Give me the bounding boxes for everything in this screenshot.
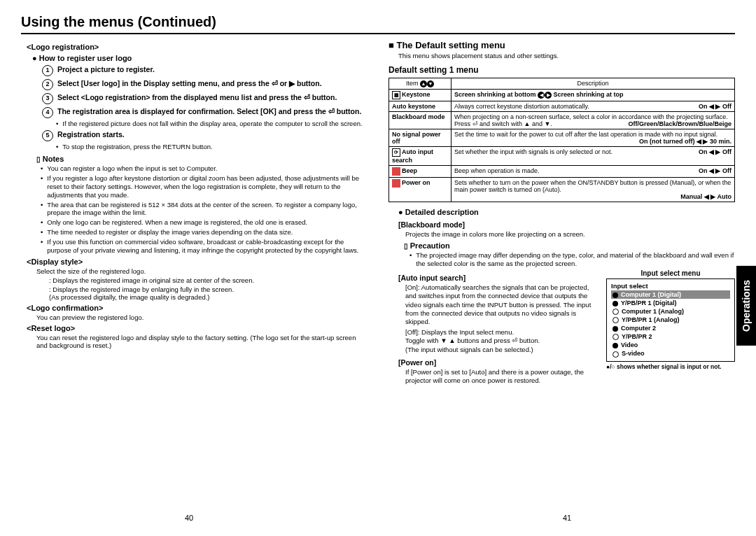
input-menu-item: Computer 1 (Analog): [611, 307, 730, 316]
step-4: 4The registration area is displayed for …: [42, 107, 368, 118]
note-item: Only one logo can be registered. When a …: [41, 218, 368, 227]
how-to-register-head: How to register user logo: [32, 54, 368, 62]
auto-input-on: [On]: Automatically searches the signals…: [405, 283, 599, 327]
table-header-desc: Description: [451, 78, 735, 90]
note-item: If you register a logo after keystone di…: [41, 174, 368, 199]
step-1: 1Project a picture to register.: [42, 65, 368, 76]
table-header-item: Item ▲▼: [389, 78, 451, 90]
table-row: ▦Keystone Screen shrinking at bottom ◀▶ …: [389, 90, 735, 101]
step-3: 3Select <Logo registration> from the dis…: [42, 93, 368, 104]
page-number-right: 41: [563, 514, 571, 522]
note-item: The area that can be registered is 512 ×…: [41, 201, 368, 218]
input-menu-item: Video: [611, 341, 730, 349]
empty-circle-icon: [612, 317, 619, 323]
step-4-note: If the registered picture does not fall …: [56, 120, 368, 127]
power-on-head: [Power on]: [398, 358, 599, 367]
input-menu-item-label: Y/PB/PR 1 (Digital): [621, 299, 677, 306]
display-style-option-2: : Displays the registered image by enlar…: [49, 285, 368, 293]
auto-input-off: [Off]: Displays the Input select menu. T…: [405, 328, 599, 354]
step-5-note: To stop the registration, press the RETU…: [56, 143, 368, 150]
empty-circle-icon: [612, 309, 619, 315]
input-menu-note: ●/○ shows whether signal is input or not…: [606, 363, 735, 370]
page-numbers: 40 41: [0, 514, 756, 522]
default-setting-title: The Default setting menu: [388, 40, 735, 50]
beep-icon: [392, 167, 400, 176]
input-menu-item: Computer 2: [611, 324, 730, 332]
input-menu-item: Y/PB/PR 1 (Analog): [611, 316, 730, 324]
filled-circle-icon: [612, 343, 618, 348]
power-icon: [392, 179, 400, 188]
manual-page: Using the menus (Continued) <Logo regist…: [0, 0, 756, 536]
note-item: You can register a logo when the input i…: [41, 164, 368, 173]
table-row: Blackboard mode When projecting on a non…: [389, 112, 735, 129]
keystone-icon: ▦: [392, 91, 400, 99]
step-2: 2Select [User logo] in the Display setti…: [42, 79, 368, 90]
precaution-head: Precaution: [404, 241, 735, 250]
auto-input-head: [Auto input search]: [398, 274, 599, 282]
table-row: No signal power off Set the time to wait…: [389, 129, 735, 147]
auto-input-section: [Auto input search] [On]: Automatically …: [388, 269, 735, 386]
up-icon: ▲: [420, 80, 427, 87]
content-columns: <Logo registration> How to register user…: [21, 40, 735, 387]
reset-logo-sub: You can reset the registered logo and di…: [36, 334, 368, 349]
blackboard-mode-body: Projects the image in colors more like p…: [405, 230, 735, 239]
input-menu-item: Y/PB/PR 2: [611, 332, 730, 341]
input-menu-item-label: Computer 1 (Digital): [621, 291, 681, 298]
input-menu-item-label: Computer 1 (Analog): [622, 308, 684, 315]
display-style-head: <Display style>: [27, 258, 368, 266]
logo-confirmation-sub: You can preview the registered logo.: [36, 313, 368, 321]
left-column: <Logo registration> How to register user…: [21, 40, 368, 387]
reset-logo-head: <Reset logo>: [27, 324, 368, 332]
table-row: Auto keystone Always correct keystone di…: [389, 101, 735, 112]
search-icon: ⟳: [392, 148, 400, 157]
power-on-body: If [Power on] is set to [Auto] and there…: [405, 368, 599, 386]
input-menu-item-label: Y/PB/PR 2: [622, 333, 652, 340]
detailed-description-head: Detailed description: [398, 208, 735, 216]
precaution-item: The projected image may differ depending…: [410, 251, 735, 268]
step-5: 5Registration starts.: [42, 130, 368, 141]
empty-circle-icon: [612, 334, 619, 340]
input-menu-item-label: S-video: [622, 350, 645, 357]
blackboard-mode-head: [Blackboard mode]: [398, 220, 735, 229]
logo-confirmation-head: <Logo confirmation>: [27, 304, 368, 312]
page-number-left: 40: [185, 514, 193, 522]
note-item: If you use this function on commercial v…: [41, 238, 368, 255]
page-title: Using the menus (Continued): [21, 14, 735, 34]
settings-table: Item ▲▼ Description ▦Keystone Screen shr…: [388, 78, 735, 202]
table-row: Power on Sets whether to turn on the pow…: [389, 178, 735, 202]
right-column: The Default setting menu This menu shows…: [388, 40, 735, 387]
filled-circle-icon: [612, 326, 618, 332]
input-menu-item: Computer 1 (Digital): [611, 290, 730, 299]
display-style-sub: Select the size of the registered logo.: [36, 267, 368, 275]
filled-circle-icon: [612, 301, 618, 306]
input-menu-item-label: Video: [621, 341, 638, 348]
display-style-option-1: : Displays the registered image in origi…: [49, 276, 368, 284]
input-menu-item: S-video: [611, 349, 730, 358]
default-setting-1-title: Default setting 1 menu: [388, 65, 735, 75]
input-menu-item-label: Y/PB/PR 1 (Analog): [622, 316, 680, 323]
input-select-menu-box: Input select menu Input select Computer …: [606, 269, 735, 386]
default-setting-sub: This menu shows placement status and oth…: [398, 52, 735, 59]
logo-registration-head: <Logo registration>: [27, 43, 368, 51]
display-style-paren: (As processed digitally, the image quali…: [49, 293, 368, 301]
down-icon: ▼: [427, 80, 434, 87]
input-menu-item: Y/PB/PR 1 (Digital): [611, 299, 730, 307]
operations-tab: Operations: [736, 266, 756, 346]
notes-heading: Notes: [36, 155, 368, 163]
note-item: The time needed to register or display t…: [41, 228, 368, 237]
empty-circle-icon: [612, 351, 619, 358]
table-row: ⟳Auto input search Set whether the input…: [389, 147, 735, 166]
filled-circle-icon: [612, 292, 618, 298]
input-menu-item-label: Computer 2: [621, 325, 656, 332]
table-row: Beep Beep when operation is made.On ◀ ▶ …: [389, 166, 735, 178]
